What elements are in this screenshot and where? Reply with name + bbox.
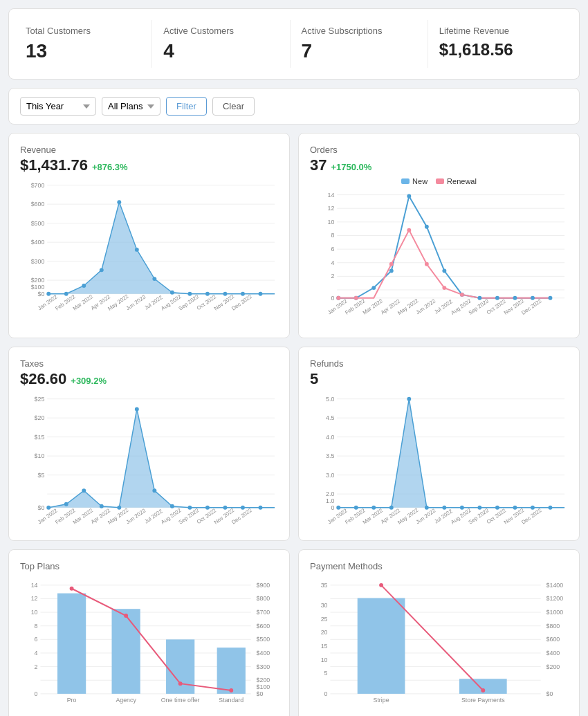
svg-point-146	[354, 506, 358, 510]
svg-text:3.5: 3.5	[326, 452, 334, 459]
svg-point-157	[549, 506, 553, 510]
svg-point-107	[100, 504, 104, 508]
svg-point-202	[124, 614, 128, 618]
svg-point-75	[425, 262, 429, 266]
orders-chart: 14 12 10 8 6 4 2 0	[310, 188, 568, 327]
svg-text:Mar 2022: Mar 2022	[72, 507, 94, 525]
svg-point-18	[82, 284, 86, 288]
refunds-chart-card: Refunds 5 5.0 4.5 4.0 3.5 3.0	[298, 347, 580, 541]
lifetime-revenue-value: $1,618.56	[439, 40, 554, 59]
svg-text:$20: $20	[35, 414, 45, 421]
svg-text:14: 14	[31, 582, 38, 589]
svg-text:$300: $300	[257, 663, 270, 670]
svg-text:$15: $15	[35, 434, 45, 441]
period-select[interactable]: This Year Last Year Last 30 Days	[20, 97, 96, 116]
svg-point-25	[205, 292, 210, 296]
svg-text:$1400: $1400	[546, 582, 564, 589]
svg-marker-103	[48, 409, 275, 507]
charts-grid: Revenue $1,431.76 +876.3% $700 $600	[8, 133, 580, 541]
active-customers-label: Active Customers	[163, 26, 278, 36]
revenue-change: +876.3%	[92, 162, 128, 172]
taxes-value: $26.60	[20, 370, 66, 388]
top-plans-title: Top Plans	[20, 561, 278, 571]
svg-text:$800: $800	[546, 623, 560, 630]
svg-text:$200: $200	[546, 663, 560, 670]
legend-renewal: Renewal	[436, 177, 477, 185]
svg-point-24	[187, 292, 192, 296]
svg-text:$600: $600	[257, 623, 270, 630]
svg-text:$500: $500	[257, 636, 270, 643]
active-customers-value: 4	[163, 40, 278, 62]
bottom-grid: Top Plans 14 12 10 8 6 4 2 0	[8, 549, 580, 716]
svg-marker-144	[338, 399, 564, 508]
stat-active-customers: Active Customers 4	[152, 20, 290, 68]
svg-text:$400: $400	[257, 650, 270, 657]
orders-legend: New Renewal	[310, 177, 568, 185]
svg-point-22	[152, 277, 156, 281]
svg-text:14: 14	[328, 192, 335, 199]
svg-point-27	[241, 292, 245, 296]
svg-text:$600: $600	[546, 636, 560, 643]
svg-text:4: 4	[331, 259, 334, 266]
svg-point-67	[495, 296, 499, 300]
svg-point-150	[425, 506, 429, 510]
svg-text:$25: $25	[35, 396, 45, 403]
svg-text:5.0: 5.0	[326, 396, 334, 403]
svg-point-145	[336, 506, 340, 510]
svg-text:6: 6	[35, 636, 38, 643]
svg-point-60	[371, 286, 376, 290]
svg-point-156	[531, 506, 535, 510]
active-subscriptions-value: 7	[302, 40, 416, 62]
filter-button[interactable]: Filter	[166, 97, 207, 116]
svg-text:20: 20	[321, 629, 328, 636]
svg-text:$400: $400	[546, 650, 560, 657]
svg-text:30: 30	[321, 602, 328, 609]
svg-point-77	[460, 293, 464, 297]
svg-rect-234	[358, 598, 405, 693]
svg-point-108	[117, 506, 121, 510]
svg-point-16	[46, 292, 50, 296]
svg-point-23	[170, 291, 174, 295]
svg-point-73	[389, 262, 394, 266]
svg-text:Pro: Pro	[67, 697, 77, 704]
svg-point-111	[170, 504, 174, 508]
svg-text:$900: $900	[257, 582, 270, 589]
svg-text:$700: $700	[257, 609, 270, 616]
svg-point-113	[205, 506, 210, 510]
svg-text:$5: $5	[38, 472, 45, 479]
svg-point-155	[513, 506, 517, 510]
svg-text:$0: $0	[546, 690, 553, 697]
svg-point-21	[135, 248, 139, 252]
svg-text:12: 12	[328, 205, 335, 212]
svg-text:0: 0	[324, 690, 328, 697]
svg-text:Dec 2022: Dec 2022	[230, 293, 253, 312]
svg-text:Dec 2022: Dec 2022	[520, 507, 543, 526]
svg-point-204	[229, 688, 233, 692]
total-customers-value: 13	[26, 40, 140, 62]
refunds-title: Refunds	[310, 358, 568, 369]
svg-point-203	[178, 681, 183, 686]
clear-button[interactable]: Clear	[212, 97, 255, 116]
svg-text:$10: $10	[35, 452, 45, 459]
stat-lifetime-revenue: Lifetime Revenue $1,618.56	[428, 20, 565, 68]
svg-point-112	[187, 506, 192, 510]
svg-point-19	[100, 268, 104, 272]
total-customers-label: Total Customers	[26, 26, 140, 36]
svg-point-151	[442, 506, 446, 510]
top-plans-card: Top Plans 14 12 10 8 6 4 2 0	[8, 549, 290, 716]
plan-select[interactable]: All Plans Pro Agency	[102, 97, 160, 116]
svg-text:0: 0	[331, 295, 334, 302]
orders-title: Orders	[310, 145, 568, 155]
svg-text:8: 8	[35, 623, 38, 630]
svg-text:Dec 2022: Dec 2022	[230, 507, 253, 526]
svg-text:$300: $300	[31, 258, 45, 265]
svg-point-74	[407, 228, 411, 232]
svg-text:$200: $200	[31, 277, 45, 284]
svg-point-237	[481, 688, 485, 692]
svg-text:$200: $200	[257, 677, 270, 683]
legend-new: New	[401, 177, 428, 185]
svg-text:6: 6	[331, 246, 334, 253]
svg-text:$500: $500	[31, 220, 45, 227]
refunds-value: 5	[310, 370, 318, 388]
revenue-chart: $700 $600 $500 $400 $300 $200 $100 $0	[20, 177, 278, 315]
